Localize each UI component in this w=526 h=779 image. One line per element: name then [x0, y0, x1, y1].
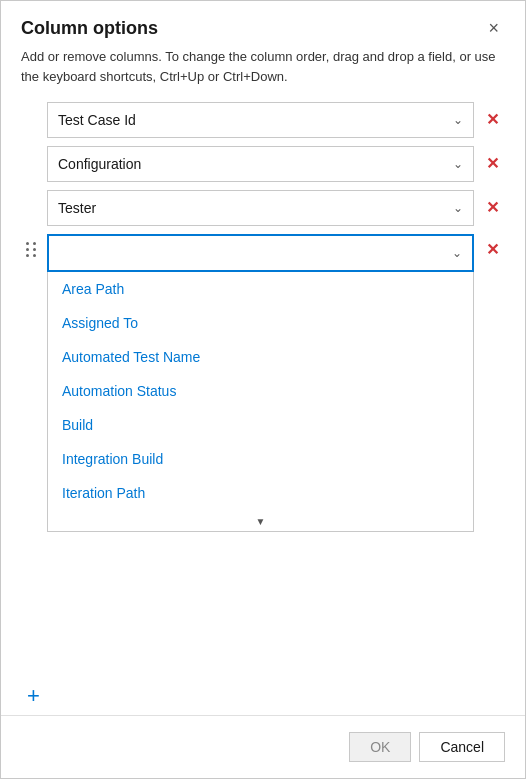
add-column-button[interactable]: + [27, 685, 40, 707]
drag-handle-new[interactable] [21, 242, 41, 257]
dropdown-item-build[interactable]: Build [48, 408, 473, 442]
column-select-3[interactable]: Tester ⌄ [47, 190, 474, 226]
dialog-header: Column options × [1, 1, 525, 47]
chevron-down-icon-3: ⌄ [453, 201, 463, 215]
column-row-2: Configuration ⌄ ✕ [21, 146, 505, 182]
column-options-dialog: Column options × Add or remove columns. … [0, 0, 526, 779]
columns-area: Test Case Id ⌄ ✕ Configurati [1, 102, 525, 681]
column-row-1: Test Case Id ⌄ ✕ [21, 102, 505, 138]
dropdown-item-iteration-path[interactable]: Iteration Path [48, 476, 473, 510]
dialog-title: Column options [21, 18, 158, 39]
dropdown-item-assigned-to[interactable]: Assigned To [48, 306, 473, 340]
close-button[interactable]: × [482, 17, 505, 39]
column-select-wrapper-3: Tester ⌄ [47, 190, 474, 226]
remove-column-new[interactable]: ✕ [480, 238, 505, 262]
dropdown-item-automated-test-name[interactable]: Automated Test Name [48, 340, 473, 374]
dropdown-list: Area Path Assigned To Automated Test Nam… [47, 272, 474, 532]
column-select-2[interactable]: Configuration ⌄ [47, 146, 474, 182]
chevron-down-icon-2: ⌄ [453, 157, 463, 171]
column-row-3: Tester ⌄ ✕ [21, 190, 505, 226]
cancel-button[interactable]: Cancel [419, 732, 505, 762]
dialog-description: Add or remove columns. To change the col… [1, 47, 525, 102]
add-row: + [1, 681, 525, 715]
new-column-input[interactable] [49, 236, 442, 270]
ok-button[interactable]: OK [349, 732, 411, 762]
dropdown-item-automation-status[interactable]: Automation Status [48, 374, 473, 408]
remove-column-3[interactable]: ✕ [480, 196, 505, 220]
column-select-wrapper-1: Test Case Id ⌄ [47, 102, 474, 138]
chevron-down-icon-new[interactable]: ⌄ [442, 246, 472, 260]
column-select-1[interactable]: Test Case Id ⌄ [47, 102, 474, 138]
scroll-indicator: ▼ [48, 512, 473, 531]
dropdown-item-area-path[interactable]: Area Path [48, 272, 473, 306]
column-select-text-2: Configuration [58, 156, 141, 172]
column-row-new: ⌄ Area Path Assigned To Automated Test N… [21, 234, 505, 272]
chevron-down-icon-1: ⌄ [453, 113, 463, 127]
column-select-text-3: Tester [58, 200, 96, 216]
new-column-select-wrapper: ⌄ Area Path Assigned To Automated Test N… [47, 234, 474, 272]
dialog-footer: OK Cancel [1, 715, 525, 778]
new-column-input-row: ⌄ [47, 234, 474, 272]
remove-column-2[interactable]: ✕ [480, 152, 505, 176]
dropdown-item-integration-build[interactable]: Integration Build [48, 442, 473, 476]
column-select-text-1: Test Case Id [58, 112, 136, 128]
remove-column-1[interactable]: ✕ [480, 108, 505, 132]
column-select-wrapper-2: Configuration ⌄ [47, 146, 474, 182]
